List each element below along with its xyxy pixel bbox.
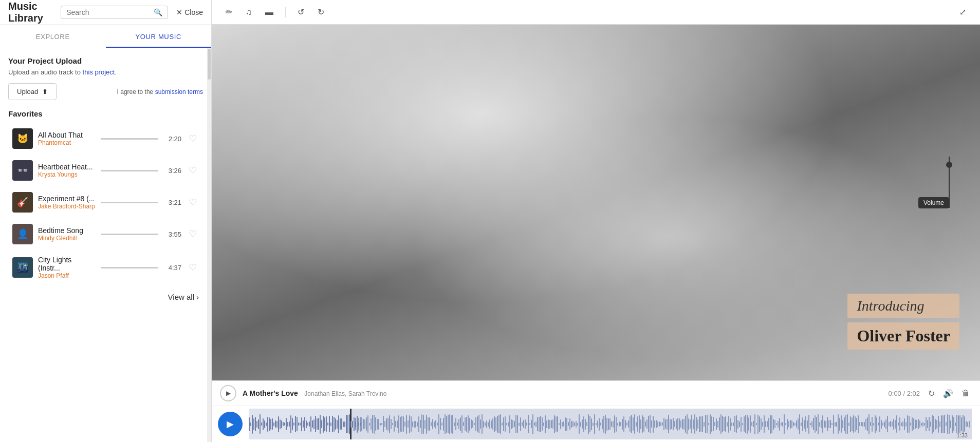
track-time: 0:00 / 2:02 — [889, 390, 920, 397]
favorite-button[interactable]: ♡ — [187, 131, 199, 146]
track-waveform — [101, 138, 158, 140]
view-all-row: View all › — [8, 285, 203, 305]
music-note-icon: ♫ — [246, 8, 252, 17]
redo-icon: ↻ — [318, 7, 324, 17]
favorites-section: Favorites 🐱 All About That Phantomcat 2:… — [8, 109, 203, 284]
volume-handle[interactable] — [946, 162, 952, 168]
image-icon: ▬ — [265, 8, 273, 17]
upload-button[interactable]: Upload ⬆ — [8, 83, 57, 100]
track-waveform — [101, 170, 158, 171]
search-input[interactable] — [66, 8, 154, 16]
terms-link[interactable]: submission terms — [155, 88, 203, 95]
favorite-button[interactable]: ♡ — [187, 163, 199, 178]
repeat-button[interactable]: ↻ — [926, 387, 937, 400]
track-duration: 3:26 — [163, 167, 181, 175]
track-title-area: A Mother's Love Jonathan Elias, Sarah Tr… — [243, 389, 882, 398]
thumb-icon: 🎸 — [17, 197, 28, 208]
track-waveform — [101, 202, 158, 203]
track-info: City Lights (Instr... Jason Pfaff — [38, 256, 96, 279]
thumb-icon: 🐱 — [17, 133, 28, 144]
content-area: Your Project Upload Upload an audio trac… — [0, 48, 211, 442]
bottom-bar: ▶ A Mother's Love Jonathan Elias, Sarah … — [212, 380, 980, 442]
track-info: Bedtime Song Mindy Gledhill — [38, 226, 96, 242]
music-tool-button[interactable]: ♫ — [240, 4, 257, 21]
track-name: Heartbeat Heat... — [38, 163, 96, 171]
waveform-bars-played — [249, 409, 363, 439]
name-box: Oliver Foster — [847, 322, 959, 350]
view-all-label: View all — [168, 293, 194, 301]
track-artist: Mindy Gledhill — [38, 235, 96, 242]
track-item[interactable]: 👓 Heartbeat Heat... Krysta Youngs 3:26 ♡ — [8, 155, 203, 186]
waveform-bars-remaining — [352, 409, 972, 439]
project-upload-description: Upload an audio track to this project. — [8, 68, 203, 76]
track-item[interactable]: 🎸 Experiment #8 (... Jake Bradford-Sharp… — [8, 187, 203, 218]
track-thumbnail: 👓 — [12, 160, 33, 181]
external-link-button[interactable]: ⤢ — [954, 4, 972, 21]
track-artist: Phantomcat — [38, 139, 96, 146]
undo-button[interactable]: ↺ — [292, 4, 310, 21]
track-item[interactable]: 🐱 All About That Phantomcat 2:20 ♡ — [8, 123, 203, 154]
track-thumbnail: 👤 — [12, 224, 33, 244]
tab-your-music[interactable]: YOUR MUSIC — [106, 25, 212, 48]
redo-button[interactable]: ↻ — [312, 4, 330, 21]
chevron-right-icon: › — [196, 293, 199, 301]
track-duration: 2:20 — [163, 135, 181, 143]
search-container: 🔍 — [61, 6, 168, 19]
track-thumbnail: 🐱 — [12, 128, 33, 149]
image-tool-button[interactable]: ▬ — [260, 4, 279, 21]
introducing-box: Introducing — [847, 294, 959, 318]
thumb-icon: 🌃 — [17, 262, 28, 273]
thumb-icon: 👓 — [17, 165, 28, 176]
favorite-button[interactable]: ♡ — [187, 195, 199, 210]
waveform-time-label: 1:33 — [957, 432, 968, 438]
delete-track-button[interactable]: 🗑 — [959, 387, 972, 400]
upload-icon: ⬆ — [42, 88, 48, 95]
undo-icon: ↺ — [298, 7, 304, 17]
thumb-icon: 👤 — [17, 228, 28, 240]
now-playing-title: A Mother's Love — [243, 389, 298, 397]
name-text: Oliver Foster — [857, 326, 950, 345]
introducing-text: Introducing — [857, 298, 924, 314]
track-item[interactable]: 🌃 City Lights (Instr... Jason Pfaff 4:37… — [8, 251, 203, 284]
app-title: Music Library — [8, 1, 61, 24]
waveform-played-section — [249, 409, 352, 439]
track-artist: Krysta Youngs — [38, 171, 96, 178]
track-item[interactable]: 👤 Bedtime Song Mindy Gledhill 3:55 ♡ — [8, 219, 203, 249]
track-thumbnail: 🎸 — [12, 192, 33, 213]
close-button[interactable]: ✕ Close — [176, 8, 203, 16]
favorite-button[interactable]: ♡ — [187, 226, 199, 242]
track-duration: 4:37 — [163, 264, 181, 272]
now-playing-artists: Jonathan Elias, Sarah Trevino — [304, 390, 386, 397]
volume-label: Volume — [923, 199, 944, 206]
track-name: All About That — [38, 131, 96, 139]
track-info: Experiment #8 (... Jake Bradford-Sharp — [38, 195, 96, 210]
waveform-row: ▶ 1:33 — [212, 406, 980, 442]
project-link[interactable]: this project — [83, 68, 115, 76]
left-panel: Music Library 🔍 ✕ Close EXPLORE YOUR MUS… — [0, 0, 212, 442]
search-icon: 🔍 — [154, 8, 162, 16]
project-upload-title: Your Project Upload — [8, 56, 203, 65]
volume-tooltip: Volume — [918, 197, 949, 208]
track-duration: 3:21 — [163, 199, 181, 206]
track-waveform — [101, 267, 158, 268]
favorite-button[interactable]: ♡ — [187, 260, 199, 275]
volume-button[interactable]: 🔊 — [941, 387, 955, 400]
tab-explore[interactable]: EXPLORE — [0, 25, 106, 48]
pencil-tool-button[interactable]: ✏ — [220, 4, 238, 21]
play-circle-button[interactable]: ▶ — [220, 385, 236, 401]
track-duration: 3:55 — [163, 230, 181, 238]
external-link-icon: ⤢ — [959, 8, 966, 16]
view-all-button[interactable]: View all › — [168, 293, 199, 301]
submission-terms: I agree to the submission terms — [117, 88, 203, 95]
scrollbar[interactable] — [207, 48, 211, 442]
play-big-button[interactable]: ▶ — [218, 412, 243, 436]
track-info: Heartbeat Heat... Krysta Youngs — [38, 163, 96, 178]
track-artist: Jason Pfaff — [38, 272, 96, 279]
toolbar: ✏ ♫ ▬ ↺ ↻ ⤢ — [212, 0, 980, 25]
upload-row: Upload ⬆ I agree to the submission terms — [8, 83, 203, 100]
waveform-container[interactable]: 1:33 — [249, 409, 972, 439]
video-text-overlay: Introducing Oliver Foster — [847, 294, 959, 350]
track-name: Bedtime Song — [38, 226, 96, 235]
close-label: Close — [184, 8, 203, 16]
video-preview-area: Introducing Oliver Foster Volume — [212, 25, 980, 380]
